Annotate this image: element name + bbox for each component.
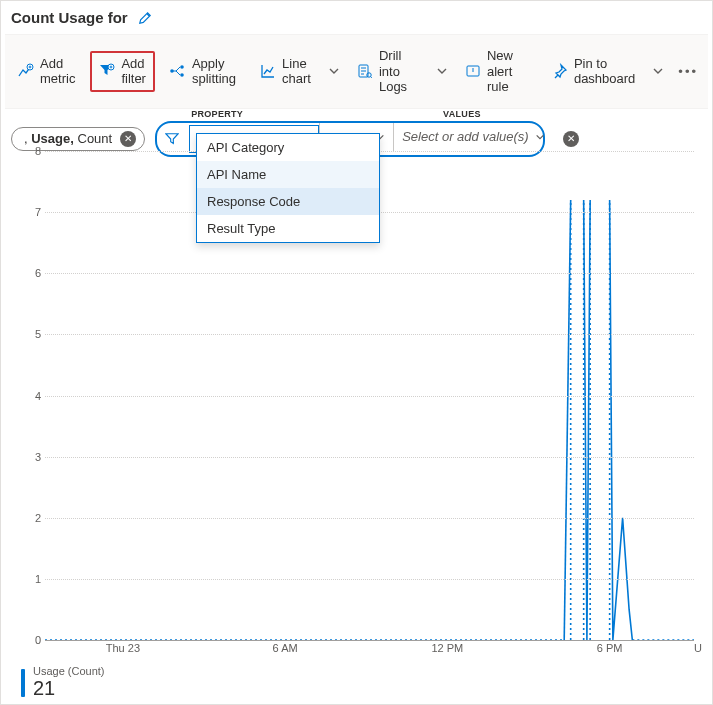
apply-splitting-button[interactable]: Apply splitting	[161, 51, 245, 92]
add-metric-button[interactable]: Add metric	[9, 51, 84, 92]
x-tick-label: U	[694, 642, 702, 654]
gridline: 1	[45, 579, 694, 580]
toolbar-label: Pin to dashboard	[574, 56, 635, 87]
svg-point-2	[180, 66, 184, 70]
toolbar-label: Line chart	[282, 56, 311, 87]
split-icon	[170, 63, 186, 79]
pin-icon	[552, 63, 568, 79]
svg-point-4	[170, 70, 174, 74]
dropdown-item[interactable]: API Name	[197, 161, 379, 188]
y-tick-label: 6	[25, 267, 41, 279]
gridline: 3	[45, 457, 694, 458]
legend-label: Usage (Count)	[33, 665, 105, 677]
x-tick-label: Thu 23	[106, 642, 140, 654]
y-tick-label: 1	[25, 573, 41, 585]
add-metric-icon	[18, 63, 34, 79]
toolbar-label: New alert rule	[487, 48, 528, 95]
gridline: 4	[45, 396, 694, 397]
line-chart-button[interactable]: Line chart	[251, 51, 320, 92]
drill-logs-button[interactable]: Drill into Logs	[348, 43, 428, 100]
pin-dashboard-button[interactable]: Pin to dashboard	[543, 51, 644, 92]
page-title: Count Usage for	[11, 9, 128, 26]
chevron-down-icon	[535, 132, 545, 142]
toolbar: Add metric Add filter Apply splitting Li…	[5, 34, 708, 109]
legend: Usage (Count) 21	[21, 665, 105, 700]
y-tick-label: 2	[25, 512, 41, 524]
legend-swatch	[21, 669, 25, 697]
edit-icon[interactable]	[138, 11, 152, 25]
y-tick-label: 0	[25, 634, 41, 646]
toolbar-label: Add filter	[121, 56, 146, 87]
gridline: 2	[45, 518, 694, 519]
remove-metric-icon[interactable]: ✕	[120, 131, 136, 147]
gridline: 5	[45, 334, 694, 335]
filter-icon	[157, 123, 187, 155]
new-alert-button[interactable]: New alert rule	[456, 43, 537, 100]
line-chart-icon	[260, 63, 276, 79]
dropdown-item[interactable]: Result Type	[197, 215, 379, 242]
toolbar-label: Apply splitting	[192, 56, 236, 87]
values-select[interactable]: Select or add value(s)	[393, 123, 543, 151]
dropdown-item[interactable]: Response Code	[197, 188, 379, 215]
alert-icon	[465, 63, 481, 79]
dropdown-item[interactable]: API Category	[197, 134, 379, 161]
y-tick-label: 7	[25, 206, 41, 218]
remove-filter-icon[interactable]: ✕	[563, 131, 579, 147]
toolbar-label: Add metric	[40, 56, 75, 87]
y-tick-label: 5	[25, 328, 41, 340]
toolbar-label: Drill into Logs	[379, 48, 419, 95]
chevron-down-icon[interactable]	[326, 65, 342, 77]
svg-point-3	[180, 74, 184, 78]
x-tick-label: 6 PM	[597, 642, 623, 654]
legend-value: 21	[33, 677, 105, 700]
y-tick-label: 8	[25, 145, 41, 157]
title-bar: Count Usage for	[5, 5, 708, 34]
values-placeholder: Select or add value(s)	[402, 129, 528, 144]
y-tick-label: 4	[25, 390, 41, 402]
y-tick-label: 3	[25, 451, 41, 463]
filter-property-label: PROPERTY	[191, 109, 243, 119]
gridline: 6	[45, 273, 694, 274]
add-filter-button[interactable]: Add filter	[90, 51, 155, 92]
logs-icon	[357, 63, 373, 79]
more-button[interactable]: •••	[672, 60, 704, 83]
x-tick-label: 12 PM	[431, 642, 463, 654]
filter-values-label: VALUES	[443, 109, 481, 119]
chevron-down-icon[interactable]	[434, 65, 450, 77]
chevron-down-icon[interactable]	[650, 65, 666, 77]
add-filter-icon	[99, 63, 115, 79]
property-dropdown[interactable]: API CategoryAPI NameResponse CodeResult …	[196, 133, 380, 243]
x-tick-label: 6 AM	[273, 642, 298, 654]
